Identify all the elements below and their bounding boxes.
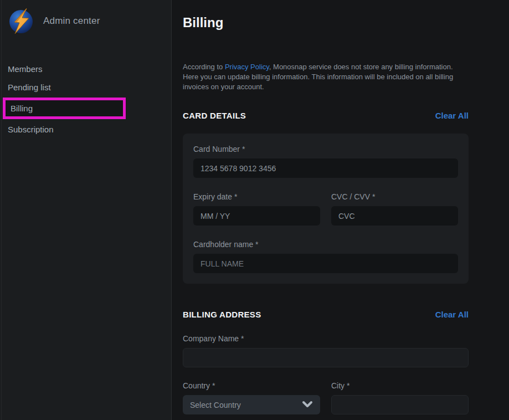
card-number-label: Card Number * (193, 144, 458, 155)
billing-intro-text: According to Privacy Policy, Monosnap se… (183, 62, 469, 92)
cvc-input[interactable] (331, 206, 458, 226)
country-field-group: Country * Select Country (183, 381, 320, 414)
company-name-input[interactable] (183, 348, 469, 367)
billing-address-clear-all-button[interactable]: Clear All (435, 309, 469, 320)
sidebar-item-billing[interactable]: Billing (6, 100, 33, 116)
cardholder-name-input[interactable] (193, 254, 458, 273)
card-details-clear-all-button[interactable]: Clear All (435, 110, 469, 121)
sidebar: Admin center Members Pending list Billin… (0, 0, 172, 420)
cvc-label: CVC / CVV * (331, 192, 458, 202)
cardholder-field-group: Cardholder name * (193, 239, 458, 273)
page-title: Billing (183, 14, 469, 31)
cardholder-name-label: Cardholder name * (193, 239, 458, 250)
sidebar-item-pending-list[interactable]: Pending list (0, 78, 171, 96)
privacy-policy-link[interactable]: Privacy Policy (225, 63, 269, 71)
sidebar-item-subscription[interactable]: Subscription (0, 120, 171, 139)
country-select-value: Select Country (190, 401, 241, 409)
card-details-title: CARD DETAILS (183, 110, 246, 121)
card-details-panel: Card Number * Expiry date * CVC / CVV * … (183, 134, 469, 284)
cvc-field-group: CVC / CVV * (331, 192, 458, 226)
monosnap-logo-icon (8, 8, 34, 34)
country-label: Country * (183, 381, 320, 391)
company-field-group: Company Name * (183, 334, 469, 367)
card-number-input[interactable] (193, 158, 458, 178)
expiry-date-label: Expiry date * (193, 192, 320, 202)
sidebar-item-members[interactable]: Members (0, 60, 171, 78)
billing-address-header: BILLING ADDRESS Clear All (183, 309, 469, 320)
country-select[interactable]: Select Country (183, 395, 320, 414)
chevron-down-icon (302, 400, 313, 409)
expiry-date-input[interactable] (193, 206, 320, 226)
sidebar-nav: Members Pending list Billing Subscriptio… (0, 60, 171, 139)
city-label: City * (331, 381, 469, 391)
admin-center-window: Admin center Members Pending list Billin… (0, 0, 509, 420)
company-name-label: Company Name * (183, 334, 469, 344)
card-details-header: CARD DETAILS Clear All (183, 110, 469, 121)
card-number-field-group: Card Number * (193, 144, 458, 178)
city-field-group: City * (331, 381, 469, 414)
city-input[interactable] (331, 395, 469, 414)
brand-header: Admin center (0, 0, 171, 34)
annotation-highlight-box: Billing (3, 98, 126, 119)
main-content: Billing According to Privacy Policy, Mon… (172, 0, 509, 420)
intro-text-before: According to (183, 63, 225, 71)
billing-address-title: BILLING ADDRESS (183, 309, 261, 320)
app-title: Admin center (43, 16, 100, 27)
expiry-field-group: Expiry date * (193, 192, 320, 226)
